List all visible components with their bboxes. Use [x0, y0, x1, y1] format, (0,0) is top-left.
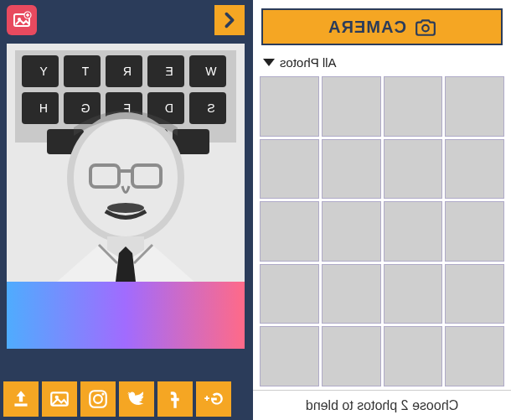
gradient-strip [7, 282, 245, 349]
photo-thumbnail[interactable] [322, 139, 381, 200]
dropdown-triangle-icon [263, 59, 275, 66]
camera-icon [415, 18, 436, 36]
photo-thumbnail[interactable] [384, 76, 443, 137]
svg-text:W: W [205, 65, 217, 78]
instagram-button[interactable] [80, 381, 116, 417]
svg-text:D: D [165, 101, 173, 115]
photo-thumbnail[interactable] [260, 76, 319, 137]
photo-thumbnail[interactable] [445, 264, 504, 324]
svg-text:R: R [123, 65, 132, 78]
app-root: WERTY SDFGH [0, 0, 511, 420]
hint-text: Choose 2 photos to blend [306, 398, 458, 413]
facebook-button[interactable] [157, 381, 193, 417]
photo-thumbnail[interactable] [260, 201, 319, 262]
album-label: All Photos [280, 55, 337, 70]
svg-point-41 [101, 392, 104, 395]
share-bar [3, 381, 231, 417]
top-bar [0, 0, 251, 40]
photo-thumbnail[interactable] [445, 201, 504, 262]
svg-point-40 [94, 395, 102, 403]
next-button[interactable] [214, 5, 245, 35]
photo-thumbnail[interactable] [384, 139, 443, 200]
picker-panel: CAMERA All Photos [251, 0, 511, 420]
photo-grid [253, 75, 511, 390]
chevron-right-icon [220, 11, 239, 29]
upload-icon [10, 388, 32, 410]
svg-point-34 [107, 203, 144, 213]
camera-button-label: CAMERA [328, 18, 406, 37]
svg-text:G: G [81, 101, 90, 115]
svg-text:T: T [81, 65, 89, 78]
svg-text:Y: Y [39, 65, 48, 78]
svg-rect-36 [14, 403, 27, 406]
svg-text:S: S [207, 101, 214, 115]
svg-text:H: H [39, 101, 48, 115]
photo-thumbnail[interactable] [322, 76, 381, 137]
camera-button[interactable]: CAMERA [261, 8, 503, 45]
google-plus-icon [203, 388, 225, 410]
photo-thumbnail[interactable] [445, 139, 504, 200]
photo-thumbnail[interactable] [322, 264, 381, 324]
add-photo-button[interactable] [7, 5, 37, 35]
photo-thumbnail[interactable] [445, 326, 504, 386]
preview-image: WERTY SDFGH [7, 44, 245, 282]
preview-panel: WERTY SDFGH [0, 0, 251, 420]
photo-thumbnail[interactable] [384, 326, 443, 386]
photo-thumbnail[interactable] [322, 201, 381, 262]
photo-thumbnail[interactable] [260, 326, 319, 386]
blend-preview: WERTY SDFGH [7, 44, 245, 282]
twitter-icon [126, 388, 147, 410]
svg-point-42 [422, 25, 429, 32]
album-selector[interactable]: All Photos [253, 52, 511, 75]
svg-text:E: E [165, 65, 173, 78]
photo-thumbnail[interactable] [260, 139, 319, 200]
gallery-button[interactable] [42, 381, 77, 417]
upload-button[interactable] [3, 381, 39, 417]
photo-thumbnail[interactable] [384, 201, 443, 262]
instagram-icon [87, 388, 109, 410]
photo-thumbnail[interactable] [384, 264, 443, 324]
google-plus-button[interactable] [196, 381, 231, 417]
hint-bar: Choose 2 photos to blend [253, 390, 511, 420]
photo-thumbnail[interactable] [260, 264, 319, 324]
facebook-icon [164, 388, 186, 410]
photo-thumbnail[interactable] [445, 76, 504, 137]
twitter-button[interactable] [119, 381, 154, 417]
add-photo-icon [12, 10, 32, 30]
photo-thumbnail[interactable] [322, 326, 381, 386]
gallery-icon [49, 388, 70, 410]
